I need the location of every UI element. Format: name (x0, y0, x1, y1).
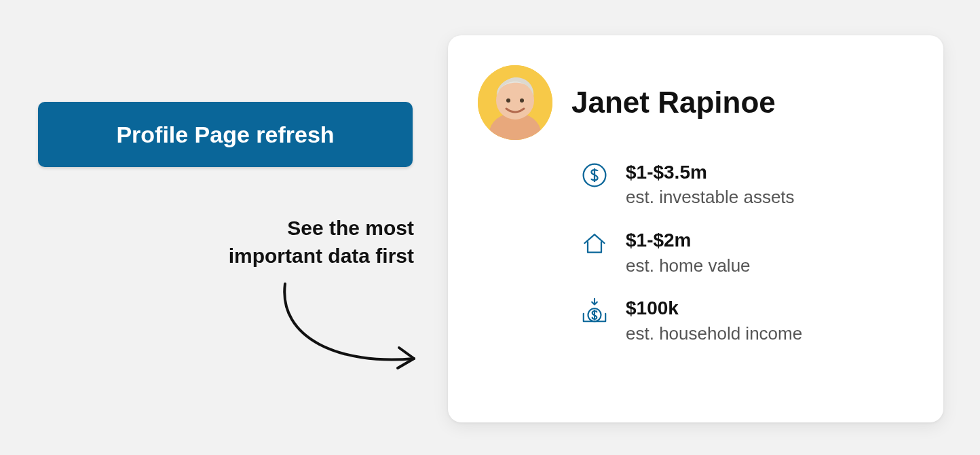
tagline-line-1: See the most (287, 217, 414, 239)
stat-value: $1-$2m (626, 228, 751, 253)
profile-stats: $1-$3.5m est. investable assets $1-$2m e… (478, 160, 909, 346)
stat-text: $100k est. household income (626, 296, 802, 345)
stat-label: est. investable assets (626, 186, 795, 209)
avatar (478, 65, 552, 140)
profile-card-header: Janet Rapinoe (478, 65, 909, 140)
stat-label: est. home value (626, 255, 751, 278)
stat-text: $1-$3.5m est. investable assets (626, 160, 795, 209)
stat-text: $1-$2m est. home value (626, 228, 751, 277)
stat-value: $1-$3.5m (626, 160, 795, 185)
svg-point-2 (496, 81, 534, 120)
stat-row-assets: $1-$3.5m est. investable assets (580, 160, 909, 209)
profile-name: Janet Rapinoe (571, 86, 776, 120)
svg-point-4 (520, 98, 524, 103)
home-icon (580, 228, 609, 258)
stat-label: est. household income (626, 323, 802, 346)
stat-row-income: $100k est. household income (580, 296, 909, 345)
profile-card: Janet Rapinoe $1-$3.5m est. investable a… (448, 35, 943, 422)
svg-point-3 (506, 98, 510, 103)
stat-value: $100k (626, 296, 802, 321)
tagline: See the most important data first (136, 215, 414, 270)
profile-refresh-button[interactable]: Profile Page refresh (38, 102, 413, 167)
tagline-line-2: important data first (229, 244, 414, 267)
income-icon (580, 296, 609, 326)
arrow-icon (258, 277, 434, 386)
dollar-circle-icon (580, 160, 609, 190)
stat-row-home: $1-$2m est. home value (580, 228, 909, 277)
